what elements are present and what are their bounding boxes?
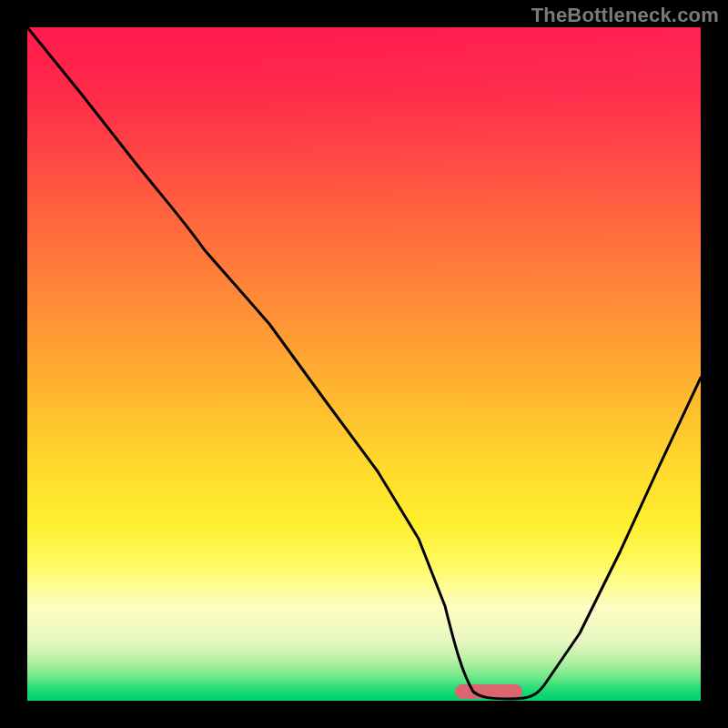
watermark-text: TheBottleneck.com xyxy=(531,4,719,27)
bottleneck-curve xyxy=(27,27,701,699)
chart-svg-layer xyxy=(27,27,701,701)
chart-frame: TheBottleneck.com xyxy=(0,0,728,728)
